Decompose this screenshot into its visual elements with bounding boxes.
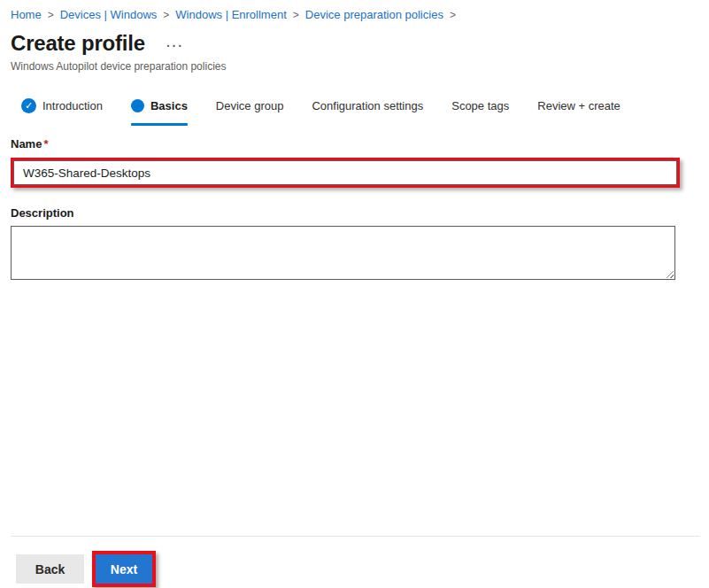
footer-buttons: Back Next [16, 551, 709, 587]
tab-review-create[interactable]: Review + create [523, 93, 635, 126]
breadcrumb: Home>Devices | Windows>Windows | Enrollm… [11, 8, 709, 21]
tab-basics[interactable]: Basics [117, 93, 202, 126]
description-textarea[interactable] [11, 226, 675, 280]
name-label-text: Name [11, 137, 42, 151]
annotation-highlight-name [11, 158, 680, 188]
annotation-highlight-next: Next [92, 551, 156, 587]
description-field [11, 226, 675, 280]
breadcrumb-separator: > [48, 9, 54, 21]
breadcrumb-link-home[interactable]: Home [11, 8, 42, 21]
tab-introduction-label: Introduction [42, 99, 103, 112]
tab-scope-tags-label: Scope tags [451, 99, 509, 112]
tab-review-create-label: Review + create [537, 99, 620, 112]
tab-introduction[interactable]: Introduction [7, 93, 117, 126]
wizard-footer: Back Next [0, 536, 709, 588]
name-label: Name* [11, 137, 709, 151]
check-circle-icon [21, 98, 36, 113]
next-button[interactable]: Next [96, 554, 152, 584]
back-button[interactable]: Back [16, 554, 84, 584]
create-profile-page: { "breadcrumb": { "separator": ">", "ite… [0, 0, 709, 588]
breadcrumb-link-devices-windows[interactable]: Devices | Windows [60, 8, 158, 21]
required-marker: * [43, 137, 48, 151]
breadcrumb-separator: > [163, 9, 169, 21]
breadcrumb-link-device-preparation-policies[interactable]: Device preparation policies [305, 8, 443, 21]
description-label: Description [11, 206, 709, 220]
tab-configuration-settings[interactable]: Configuration settings [297, 93, 437, 126]
tab-device-group[interactable]: Device group [202, 93, 298, 126]
breadcrumb-separator: > [293, 9, 299, 21]
title-row: Create profile ··· [11, 31, 709, 56]
name-input[interactable] [13, 160, 677, 185]
page-title: Create profile [11, 31, 145, 56]
tab-basics-label: Basics [150, 99, 188, 112]
breadcrumb-separator: > [450, 9, 456, 21]
more-options-button[interactable]: ··· [166, 40, 184, 52]
filled-dot-icon [131, 99, 144, 112]
tab-device-group-label: Device group [216, 99, 284, 112]
footer-divider [11, 536, 700, 537]
wizard-tabs: Introduction Basics Device group Configu… [7, 93, 709, 126]
content-area: Home>Devices | Windows>Windows | Enrollm… [0, 0, 709, 280]
tab-scope-tags[interactable]: Scope tags [437, 93, 523, 126]
breadcrumb-link-windows-enrollment[interactable]: Windows | Enrollment [175, 8, 286, 21]
tab-configuration-settings-label: Configuration settings [312, 99, 423, 112]
page-subtitle: Windows Autopilot device preparation pol… [11, 60, 709, 73]
